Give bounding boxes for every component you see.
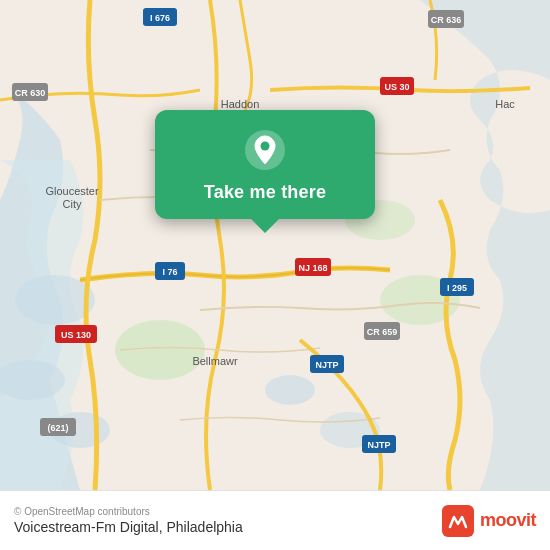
location-pin-icon [243,128,287,172]
svg-text:NJTP: NJTP [367,440,390,450]
svg-point-1 [15,275,95,325]
moovit-logo-icon [442,505,474,537]
moovit-logo: moovit [442,505,536,537]
svg-text:I 76: I 76 [162,267,177,277]
svg-text:Haddon: Haddon [221,98,260,110]
svg-text:I 295: I 295 [447,283,467,293]
svg-text:(621): (621) [47,423,68,433]
map-container: I 76 NJ 168 US 30 CR 630 CR 636 US 130 I… [0,0,550,490]
svg-text:NJ 168: NJ 168 [298,263,327,273]
svg-rect-42 [442,505,474,537]
svg-point-41 [261,142,270,151]
location-name: Voicestream-Fm Digital, Philadelphia [14,519,243,535]
svg-text:NJTP: NJTP [315,360,338,370]
svg-text:I 676: I 676 [150,13,170,23]
svg-point-4 [265,375,315,405]
bottom-left: © OpenStreetMap contributors Voicestream… [14,506,243,535]
svg-point-6 [115,320,205,380]
svg-text:US 130: US 130 [61,330,91,340]
popup-card[interactable]: Take me there [155,110,375,219]
take-me-there-button[interactable]: Take me there [204,182,326,203]
map-svg: I 76 NJ 168 US 30 CR 630 CR 636 US 130 I… [0,0,550,490]
svg-text:Hac: Hac [495,98,515,110]
copyright-text: © OpenStreetMap contributors [14,506,243,517]
svg-text:CR 630: CR 630 [15,88,46,98]
svg-text:CR 659: CR 659 [367,327,398,337]
svg-text:Gloucester: Gloucester [45,185,99,197]
bottom-bar: © OpenStreetMap contributors Voicestream… [0,490,550,550]
svg-text:Bellmawr: Bellmawr [192,355,238,367]
svg-text:CR 636: CR 636 [431,15,462,25]
svg-text:City: City [63,198,82,210]
svg-text:US 30: US 30 [384,82,409,92]
moovit-text: moovit [480,510,536,531]
